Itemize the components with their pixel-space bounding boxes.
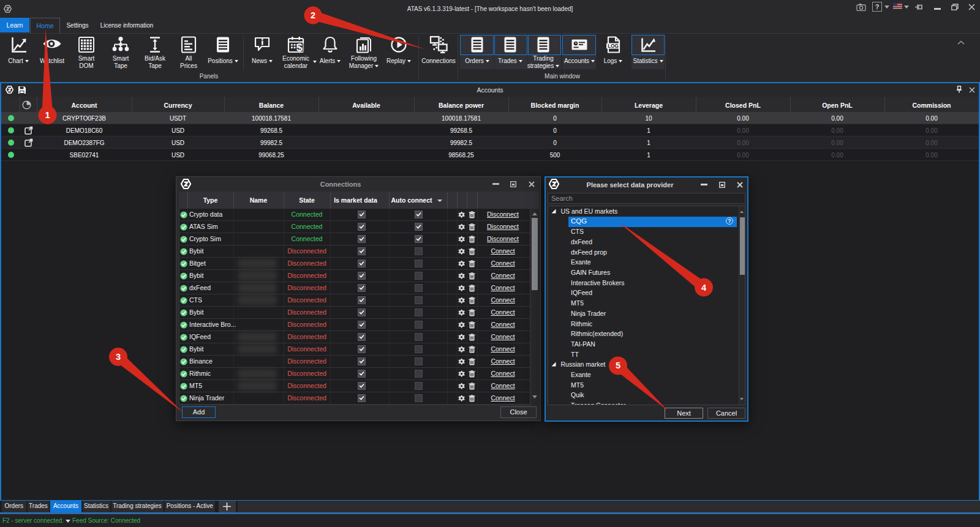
svg-text:LOG: LOG bbox=[608, 43, 619, 49]
svg-text:$: $ bbox=[296, 42, 303, 54]
